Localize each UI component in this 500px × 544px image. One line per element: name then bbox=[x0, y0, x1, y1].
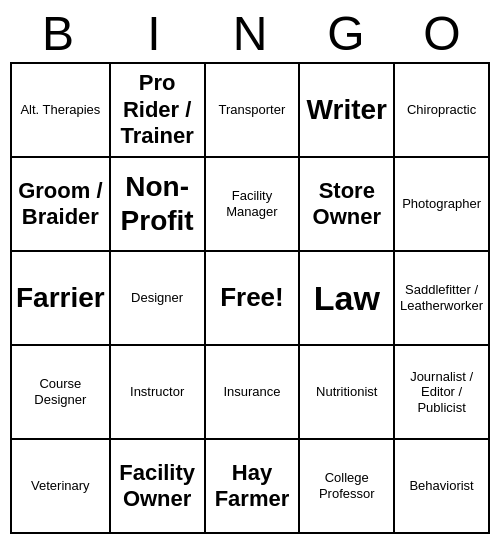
header-letter: O bbox=[398, 10, 486, 58]
bingo-cell: Veterinary bbox=[12, 440, 111, 534]
bingo-cell: Chiropractic bbox=[395, 64, 490, 158]
bingo-cell: Farrier bbox=[12, 252, 111, 346]
bingo-cell: Behaviorist bbox=[395, 440, 490, 534]
header-letter: G bbox=[302, 10, 390, 58]
bingo-cell: College Professor bbox=[300, 440, 395, 534]
bingo-cell: Pro Rider / Trainer bbox=[111, 64, 206, 158]
bingo-cell: Insurance bbox=[206, 346, 301, 440]
bingo-cell: Free! bbox=[206, 252, 301, 346]
bingo-header: BINGO bbox=[10, 10, 490, 58]
bingo-cell: Law bbox=[300, 252, 395, 346]
bingo-cell: Groom / Braider bbox=[12, 158, 111, 252]
bingo-cell: Course Designer bbox=[12, 346, 111, 440]
header-letter: N bbox=[206, 10, 294, 58]
bingo-grid: Alt. TherapiesPro Rider / TrainerTranspo… bbox=[10, 62, 490, 534]
bingo-cell: Transporter bbox=[206, 64, 301, 158]
bingo-cell: Alt. Therapies bbox=[12, 64, 111, 158]
bingo-cell: Instructor bbox=[111, 346, 206, 440]
bingo-cell: Photographer bbox=[395, 158, 490, 252]
bingo-cell: Saddlefitter / Leatherworker bbox=[395, 252, 490, 346]
bingo-cell: Writer bbox=[300, 64, 395, 158]
bingo-cell: Nutritionist bbox=[300, 346, 395, 440]
bingo-cell: Non-Profit bbox=[111, 158, 206, 252]
header-letter: I bbox=[110, 10, 198, 58]
bingo-cell: Journalist / Editor / Publicist bbox=[395, 346, 490, 440]
bingo-cell: Store Owner bbox=[300, 158, 395, 252]
bingo-cell: Facility Owner bbox=[111, 440, 206, 534]
bingo-cell: Designer bbox=[111, 252, 206, 346]
bingo-cell: Hay Farmer bbox=[206, 440, 301, 534]
bingo-cell: Facility Manager bbox=[206, 158, 301, 252]
header-letter: B bbox=[14, 10, 102, 58]
